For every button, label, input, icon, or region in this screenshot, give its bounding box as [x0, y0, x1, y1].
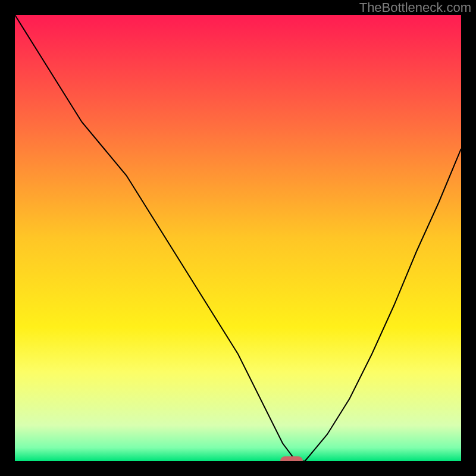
attribution-text: TheBottleneck.com [359, 0, 471, 15]
optimal-marker [280, 456, 303, 461]
chart-container: { "attribution": "TheBottleneck.com", "c… [0, 0, 476, 476]
plot-area [15, 15, 461, 461]
bottleneck-curve [15, 15, 461, 461]
